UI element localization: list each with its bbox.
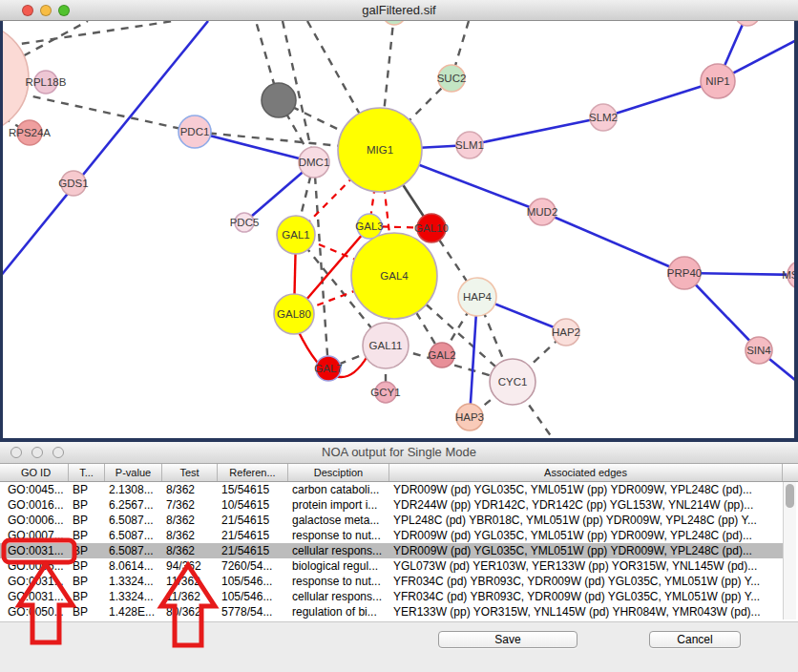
edge-blue[interactable] bbox=[470, 117, 603, 145]
node-label: GAL1 bbox=[282, 229, 309, 241]
network-graph: RPL18BRPS24AGDS1PDC1DMC1MIG1SUC2SLM1NIP1… bbox=[0, 21, 798, 438]
node-GAL10[interactable]: GAL10 bbox=[414, 214, 449, 242]
node-big-pink-cut[interactable] bbox=[0, 23, 29, 134]
noa-titlebar[interactable]: NOA output for Single Mode bbox=[0, 442, 798, 464]
save-button[interactable]: Save bbox=[438, 631, 578, 648]
edge-blue[interactable] bbox=[603, 81, 718, 117]
cell: 11/362 bbox=[162, 589, 218, 604]
cell: 6.2567... bbox=[105, 497, 162, 513]
cell: 11/362 bbox=[162, 574, 218, 589]
cell: GO:0007... bbox=[4, 528, 69, 543]
cell: 21/54615 bbox=[218, 513, 288, 528]
node-CYC1[interactable]: CYC1 bbox=[490, 359, 536, 405]
node-SUC2[interactable]: SUC2 bbox=[437, 65, 467, 92]
node-label: HAP2 bbox=[552, 326, 580, 338]
edge-gray[interactable] bbox=[19, 94, 195, 132]
node-GAL1[interactable]: GAL1 bbox=[277, 216, 315, 254]
edge-gray[interactable] bbox=[314, 162, 328, 368]
node-label: SLM1 bbox=[455, 139, 484, 151]
node-label: GAL80 bbox=[277, 308, 311, 320]
cell: 6.5087... bbox=[105, 528, 162, 543]
node-GAL4[interactable]: GAL4 bbox=[351, 233, 437, 319]
node-GCY1[interactable]: GCY1 bbox=[370, 382, 400, 403]
cell: 15/54615 bbox=[218, 482, 288, 497]
node-HAP4[interactable]: HAP4 bbox=[458, 278, 496, 316]
node-SLM2[interactable]: SLM2 bbox=[589, 104, 618, 131]
cell: response to nut... bbox=[288, 528, 389, 543]
table-row[interactable]: GO:0045...BP2.1308...8/36215/54615carbon… bbox=[0, 482, 783, 497]
node-PDC5[interactable]: PDC5 bbox=[230, 213, 260, 232]
cell: BP bbox=[69, 497, 105, 513]
node-PDC1[interactable]: PDC1 bbox=[178, 116, 211, 148]
cell: cellular respons... bbox=[288, 589, 389, 604]
cell: GO:0031... bbox=[4, 574, 69, 589]
table-row-selected[interactable]: GO:0031...BP6.5087...8/36221/54615cellul… bbox=[0, 543, 783, 558]
node-PRP40[interactable]: PRP40 bbox=[667, 257, 702, 289]
cell: GO:0016... bbox=[4, 497, 69, 513]
node-SLM1[interactable]: SLM1 bbox=[455, 132, 484, 158]
edge-blue[interactable] bbox=[542, 212, 684, 273]
cell: 105/546... bbox=[218, 574, 288, 589]
node-DMC1[interactable]: DMC1 bbox=[299, 147, 330, 178]
node-MIG1[interactable]: MIG1 bbox=[338, 108, 422, 192]
cell: carbon cataboli... bbox=[288, 482, 389, 497]
node-label: PDC5 bbox=[230, 217, 260, 228]
node-label: GDS1 bbox=[58, 178, 88, 189]
table-row[interactable]: GO:0031...BP1.3324...11/362105/546...cel… bbox=[0, 589, 783, 604]
node-RPS24A[interactable]: RPS24A bbox=[9, 120, 51, 145]
cell: BP bbox=[69, 604, 105, 620]
edge-gray[interactable] bbox=[8, 21, 174, 46]
cell: regulation of bi... bbox=[288, 604, 389, 620]
node-label: RPL18B bbox=[26, 76, 67, 88]
network-titlebar[interactable]: galFiltered.sif bbox=[0, 0, 798, 21]
node-top-green-cut[interactable] bbox=[383, 21, 406, 25]
node-HAP3[interactable]: HAP3 bbox=[455, 404, 484, 430]
table-row[interactable]: GO:0050...BP1.428E...80/3625778/54...reg… bbox=[0, 604, 783, 620]
node-label: DMC1 bbox=[299, 157, 330, 168]
column-header-t[interactable]: T... bbox=[69, 464, 105, 481]
edge-blue[interactable] bbox=[195, 132, 314, 162]
network-canvas[interactable]: RPL18BRPS24AGDS1PDC1DMC1MIG1SUC2SLM1NIP1… bbox=[0, 21, 798, 442]
table-row[interactable]: GO:0007...BP6.5087...8/36221/54615respon… bbox=[0, 528, 783, 543]
cell: 6.5087... bbox=[105, 513, 162, 528]
node-label: GAL2 bbox=[428, 349, 455, 361]
scrollbar-thumb[interactable] bbox=[786, 484, 794, 508]
node-GAL2[interactable]: GAL2 bbox=[428, 343, 455, 368]
node-label: GAL10 bbox=[414, 222, 449, 234]
cell: response to nut... bbox=[288, 574, 389, 589]
cell: 8/362 bbox=[162, 513, 218, 528]
table-row[interactable]: GO:0065...BP8.0614...94/3627260/54...bio… bbox=[0, 558, 783, 574]
column-header-desciption[interactable]: Desciption bbox=[288, 464, 389, 481]
column-header-go-id[interactable]: GO ID bbox=[4, 464, 69, 481]
cell: 7/362 bbox=[162, 497, 218, 513]
node-GAL80[interactable]: GAL80 bbox=[274, 294, 314, 334]
cell: 105/546... bbox=[218, 589, 288, 604]
node-NIP1[interactable]: NIP1 bbox=[701, 64, 735, 98]
cell: GO:0045... bbox=[4, 482, 69, 497]
column-header-test[interactable]: Test bbox=[162, 464, 218, 481]
table-row[interactable]: GO:0031...BP1.3324...11/362105/546...res… bbox=[0, 574, 783, 589]
column-header-associated-edges[interactable]: Associated edges bbox=[389, 464, 783, 481]
node-MUD2[interactable]: MUD2 bbox=[527, 199, 558, 225]
node-dark-gray[interactable] bbox=[262, 83, 296, 117]
edge-blue[interactable] bbox=[0, 21, 208, 277]
cancel-button[interactable]: Cancel bbox=[649, 631, 741, 648]
table-row[interactable]: GO:0006...BP6.5087...8/36221/54615galact… bbox=[0, 513, 783, 528]
cell: BP bbox=[69, 543, 105, 558]
cell: 6.5087... bbox=[105, 543, 162, 558]
node-GAL7[interactable]: GAL7 bbox=[314, 356, 342, 381]
node-HAP2[interactable]: HAP2 bbox=[552, 319, 580, 346]
node-SIN4[interactable]: SIN4 bbox=[746, 337, 772, 364]
cell: 21/54615 bbox=[218, 528, 288, 543]
node-label: GAL11 bbox=[369, 340, 403, 351]
cell: 8/362 bbox=[162, 482, 218, 497]
node-top-pink-cut[interactable] bbox=[735, 21, 760, 26]
table-row[interactable]: GO:0016...BP6.2567...7/36210/54615protei… bbox=[0, 497, 783, 513]
column-header-referen[interactable]: Referen... bbox=[218, 464, 288, 481]
node-MSN[interactable]: MSN bbox=[782, 261, 798, 289]
vertical-scrollbar[interactable] bbox=[783, 482, 796, 620]
node-GAL11[interactable]: GAL11 bbox=[363, 323, 409, 368]
node-RPL18B[interactable]: RPL18B bbox=[26, 71, 67, 94]
node-label: GCY1 bbox=[370, 387, 400, 398]
column-header-p-value[interactable]: P-value bbox=[105, 464, 162, 481]
